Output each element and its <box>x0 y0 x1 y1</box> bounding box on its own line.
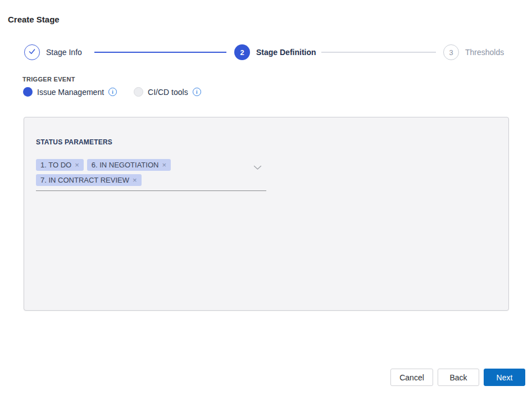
stepper-connector-2 <box>321 52 436 53</box>
stepper-step-thresholds[interactable]: 3 Thresholds <box>443 44 504 60</box>
status-parameters-select[interactable]: 1. TO DO × 6. IN NEGOTIATION × 7. IN CON… <box>36 158 266 191</box>
chip-remove-icon[interactable]: × <box>162 160 166 170</box>
radio-cicd-tools-label[interactable]: CI/CD tools <box>148 88 188 97</box>
radio-issue-management[interactable] <box>23 87 33 97</box>
chevron-down-icon[interactable] <box>253 162 262 172</box>
footer-actions: Cancel Back Next <box>0 369 525 386</box>
step2-circle: 2 <box>234 44 250 60</box>
status-chip-label: 1. TO DO <box>40 160 71 170</box>
status-parameters-label: STATUS PARAMETERS <box>36 138 112 146</box>
info-icon[interactable]: i <box>193 88 201 96</box>
step3-circle: 3 <box>443 44 459 60</box>
status-chip-label: 7. IN CONTRACT REVIEW <box>40 175 129 185</box>
radio-cicd-tools[interactable] <box>134 87 143 97</box>
status-chip[interactable]: 1. TO DO × <box>36 159 84 171</box>
step1-label: Stage Info <box>46 44 82 60</box>
chip-remove-icon[interactable]: × <box>133 175 137 185</box>
trigger-event-options: Issue Management i CI/CD tools i <box>23 87 201 97</box>
step1-circle <box>24 44 40 60</box>
step2-label: Stage Definition <box>256 44 316 60</box>
info-icon[interactable]: i <box>108 88 117 96</box>
status-chip[interactable]: 6. IN NEGOTIATION × <box>87 159 171 171</box>
cancel-button[interactable]: Cancel <box>390 369 433 386</box>
stepper-connector-1 <box>94 52 226 53</box>
back-button[interactable]: Back <box>438 369 479 386</box>
trigger-event-label: TRIGGER EVENT <box>22 76 75 83</box>
stepper-step-stage-info[interactable]: Stage Info <box>24 44 82 60</box>
step3-label: Thresholds <box>465 44 504 60</box>
chip-remove-icon[interactable]: × <box>75 160 79 170</box>
check-icon <box>28 48 36 57</box>
radio-issue-management-label[interactable]: Issue Management <box>37 88 104 97</box>
next-button[interactable]: Next <box>484 369 525 386</box>
page-title: Create Stage <box>8 15 60 24</box>
selected-status-chips: 1. TO DO × 6. IN NEGOTIATION × 7. IN CON… <box>36 159 251 186</box>
status-chip[interactable]: 7. IN CONTRACT REVIEW × <box>36 174 142 186</box>
status-chip-label: 6. IN NEGOTIATION <box>92 160 159 170</box>
stepper-step-stage-definition[interactable]: 2 Stage Definition <box>234 44 316 60</box>
